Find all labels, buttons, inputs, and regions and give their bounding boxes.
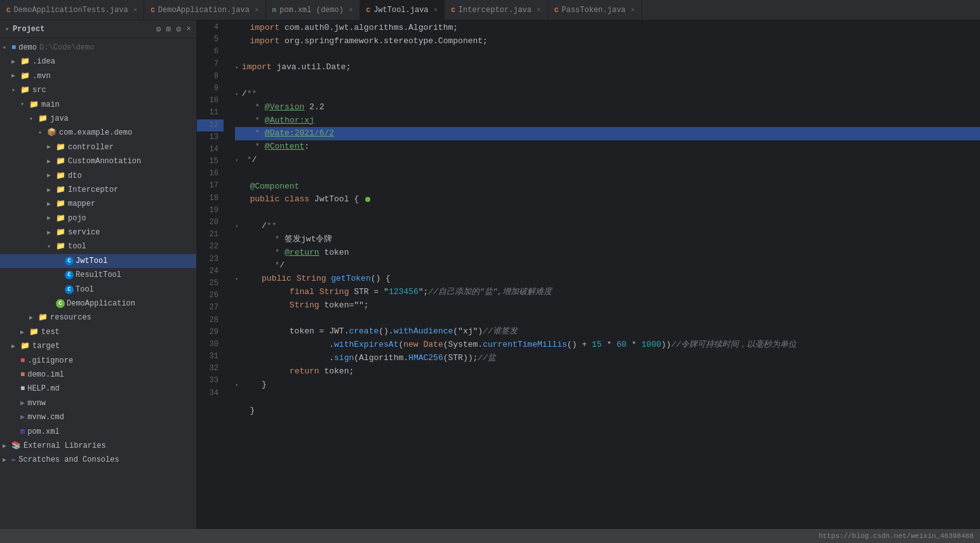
code-line (235, 48, 980, 62)
tab-pom[interactable]: m pom.xml (demo) × (266, 0, 360, 20)
tree-item-jwttool[interactable]: ▶ C JwtTool (0, 254, 196, 268)
close-icon[interactable]: × (133, 6, 138, 14)
code-line: * @Version 2.2 (235, 101, 980, 114)
code-area[interactable]: 4567891011121314151617181920212223242526… (197, 20, 980, 529)
java-icon: C (151, 6, 155, 14)
tree-item-mvnw[interactable]: ▶ ▶ mvnw (0, 396, 196, 410)
status-bar: https://blog.csdn.net/weixin_46398488 (0, 529, 980, 543)
java-icon: C (6, 6, 11, 14)
tab-bar: C DemoApplicationTests.java × C DemoAppl… (0, 0, 980, 20)
code-line: * @return token (235, 246, 980, 260)
code-line: final String STR = "123456";//自己添加的"盐",增… (235, 286, 980, 299)
code-line: * @Date:2021/6/2 (235, 127, 980, 140)
code-content[interactable]: import com.auth0.jwt.algorithms.Algorith… (229, 20, 980, 529)
sidebar-header: ▾ Project ⚙ ⊞ ⚙ × (0, 20, 196, 38)
code-line: * @Author:xj (235, 114, 980, 128)
sidebar-header-icons: ⚙ ⊞ ⚙ × (156, 24, 191, 34)
java-icon: C (554, 6, 559, 14)
gear-icon[interactable]: ⚙ (156, 24, 161, 34)
close-icon[interactable]: × (537, 6, 541, 14)
tree-item-resources[interactable]: ▶ 📁 resources (0, 311, 196, 325)
tab-passtoken[interactable]: C PassToken.java × (548, 0, 642, 20)
code-line (235, 312, 980, 326)
tree-item-mapper[interactable]: ▶ 📁 mapper (0, 197, 196, 211)
tab-demo-app[interactable]: C DemoApplication.java × (144, 0, 265, 20)
tree-item-mvn[interactable]: ▶ 📁 .mvn (0, 69, 196, 83)
code-line: .sign(Algorithm.HMAC256(STR));//盐 (235, 352, 980, 365)
tree-item-mvnwcmd[interactable]: ▶ ▶ mvnw.cmd (0, 410, 196, 424)
layout-icon[interactable]: ⊞ (166, 24, 171, 34)
code-line: */ (235, 259, 980, 272)
tree-item-java[interactable]: ▾ 📁 java (0, 112, 196, 126)
tree-item-controller[interactable]: ▶ 📁 controller (0, 140, 196, 154)
tree-item-src[interactable]: ▾ 📁 src (0, 83, 196, 97)
tree-item-customannotation[interactable]: ▶ 📁 CustomAnnotation (0, 154, 196, 168)
tree-item-service[interactable]: ▶ 📁 service (0, 225, 196, 239)
code-line: import org.springframework.stereotype.Co… (235, 35, 980, 48)
tab-interceptor[interactable]: C Interceptor.java × (445, 0, 547, 20)
status-url: https://blog.csdn.net/weixin_46398488 (819, 532, 974, 540)
tree-item-pojo[interactable]: ▶ 📁 pojo (0, 211, 196, 225)
tree-item-helpmd[interactable]: ▶ ■ HELP.md (0, 382, 196, 396)
code-line: } (235, 405, 980, 418)
line-numbers: 4567891011121314151617181920212223242526… (197, 20, 229, 529)
code-line: * @Content: (235, 140, 980, 154)
code-line: * 签发jwt令牌 (235, 233, 980, 246)
code-line: token = JWT.create().withAudience("xj")/… (235, 325, 980, 339)
tab-demo-tests[interactable]: C DemoApplicationTests.java × (0, 0, 144, 20)
tree-item-interceptor[interactable]: ▶ 📁 Interceptor (0, 183, 196, 197)
close-icon[interactable]: × (349, 6, 353, 14)
sidebar-title: Project (13, 25, 44, 34)
tree-item-dto[interactable]: ▶ 📁 dto (0, 169, 196, 183)
java-icon: C (451, 6, 455, 14)
close-icon[interactable]: × (186, 24, 191, 34)
code-line: return token; (235, 365, 980, 379)
tree-item-tool-class[interactable]: ▶ C Tool (0, 283, 196, 297)
chevron-down-icon: ▾ (5, 25, 9, 33)
code-line (235, 206, 980, 220)
code-line: .withExpiresAt(new Date(System.currentTi… (235, 339, 980, 352)
sidebar: ▾ Project ⚙ ⊞ ⚙ × ▾ ■ demo D:\Code\demo … (0, 20, 197, 529)
tree-item-pomxml[interactable]: ▶ m pom.xml (0, 425, 196, 439)
code-line: import com.auth0.jwt.algorithms.Algorith… (235, 22, 980, 35)
tree-item-demoapplication[interactable]: ▶ C DemoApplication (0, 297, 196, 311)
tree-item-gitignore[interactable]: ▶ ■ .gitignore (0, 354, 196, 368)
close-icon[interactable]: × (434, 6, 438, 14)
code-line: ▾ /** (235, 220, 980, 233)
settings-icon[interactable]: ⚙ (176, 24, 181, 34)
xml-icon: m (272, 6, 277, 14)
close-icon[interactable]: × (255, 6, 259, 14)
code-line: ▾ /** (235, 88, 980, 101)
tab-jwttool[interactable]: C JwtTool.java × (360, 0, 445, 20)
tree-item-tool[interactable]: ▾ 📁 tool (0, 239, 196, 253)
close-icon[interactable]: × (631, 6, 635, 14)
code-line: @Component (235, 180, 980, 194)
tree-item-resulttool[interactable]: ▶ C ResultTool (0, 268, 196, 282)
code-line: ▾ public String getToken() { (235, 272, 980, 286)
code-line: ▾ */ (235, 154, 980, 167)
code-line (235, 74, 980, 88)
java-icon: C (366, 6, 371, 14)
tree-item-demoiml[interactable]: ▶ ■ demo.iml (0, 368, 196, 382)
tree-item-main[interactable]: ▾ 📁 main (0, 98, 196, 112)
tree-item-target[interactable]: ▶ 📁 target (0, 339, 196, 353)
code-line (235, 418, 980, 431)
tree-item-idea[interactable]: ▶ 📁 .idea (0, 55, 196, 69)
code-line: public class JwtTool { (235, 193, 980, 206)
main-area: ▾ Project ⚙ ⊞ ⚙ × ▾ ■ demo D:\Code\demo … (0, 20, 980, 529)
code-line (235, 391, 980, 405)
tree-item-demo[interactable]: ▾ ■ demo D:\Code\demo (0, 41, 196, 55)
code-editor: 4567891011121314151617181920212223242526… (197, 20, 980, 529)
tree-item-scratches[interactable]: ▶ ✏ Scratches and Consoles (0, 453, 196, 467)
tree-item-extlibs[interactable]: ▶ 📚 External Libraries (0, 439, 196, 453)
code-line: ▾ } (235, 379, 980, 392)
file-tree: ▾ ■ demo D:\Code\demo ▶ 📁 .idea ▶ 📁 .mvn… (0, 38, 196, 470)
code-line (235, 167, 980, 180)
code-line: String token=""; (235, 299, 980, 312)
tree-item-package[interactable]: ▾ 📦 com.example.demo (0, 126, 196, 140)
tree-item-test[interactable]: ▶ 📁 test (0, 325, 196, 339)
code-line: ▾ import java.util.Date; (235, 61, 980, 74)
